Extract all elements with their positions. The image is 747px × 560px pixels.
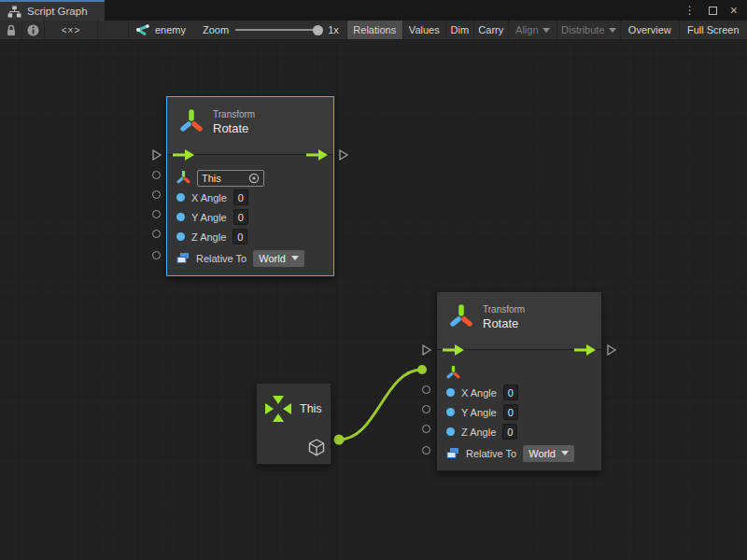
info-icon — [27, 24, 39, 36]
wire-start-port[interactable] — [334, 435, 345, 445]
flow-in-arrow-icon — [173, 149, 194, 161]
distribute-button[interactable]: Distribute — [557, 21, 621, 39]
tab-title: Script Graph — [27, 6, 88, 17]
param-row-y-angle: Y Angle 0 — [167, 207, 333, 227]
dim-button[interactable]: Dim — [446, 21, 474, 39]
self-node-label: This — [300, 402, 322, 415]
relative-to-input-port[interactable] — [422, 446, 430, 455]
zoom-value: 1x — [328, 24, 339, 35]
transform-icon — [176, 171, 190, 185]
flow-output-port[interactable] — [606, 344, 617, 356]
value-port-dot — [176, 232, 185, 241]
flow-input-port[interactable] — [151, 149, 162, 161]
connection-wire-layer — [0, 40, 747, 560]
target-row: This — [167, 168, 333, 188]
carry-button[interactable]: Carry — [474, 21, 509, 39]
y-angle-input[interactable]: 0 — [233, 209, 248, 225]
target-dot-icon[interactable] — [248, 173, 260, 184]
x-angle-input-port[interactable] — [152, 190, 161, 199]
window-menu-icon[interactable]: ⋮ — [684, 4, 696, 17]
param-row-z-angle: Z Angle 0 — [167, 227, 333, 246]
flow-out-arrow-icon — [574, 344, 596, 356]
z-angle-input[interactable]: 0 — [233, 229, 247, 245]
transform-icon — [178, 109, 204, 135]
value-port-dot — [446, 408, 455, 416]
target-object-field[interactable]: This — [197, 170, 264, 187]
value-port-dot — [446, 388, 455, 397]
param-row-relative-to: Relative To World — [437, 441, 601, 465]
graph-canvas[interactable]: Transform Rotate This — [0, 40, 747, 560]
target-row-connected — [437, 363, 601, 383]
value-port-dot — [176, 213, 185, 221]
param-row-x-angle: X Angle 0 — [437, 383, 601, 402]
cube-icon — [308, 439, 325, 456]
node-category: Transform — [483, 304, 525, 315]
flow-out-arrow-icon — [306, 149, 328, 161]
param-row-relative-to: Relative To World — [167, 246, 333, 270]
node-header[interactable]: Transform Rotate — [167, 97, 333, 154]
flow-output-port[interactable] — [338, 149, 349, 161]
enum-cards-icon — [176, 252, 190, 264]
graph-toolbar: <×> enemy Zoom 1x Relations Values Dim C… — [0, 21, 747, 40]
tab-script-graph[interactable]: Script Graph — [0, 0, 105, 21]
node-category: Transform — [213, 109, 255, 119]
value-port-dot — [446, 427, 455, 436]
values-button[interactable]: Values — [403, 21, 446, 39]
x-angle-input[interactable]: 0 — [233, 189, 248, 205]
chevron-down-icon — [609, 28, 616, 33]
node-rotate-2[interactable]: Transform Rotate X Angle 0 — [436, 291, 602, 471]
relative-to-dropdown[interactable]: World — [253, 250, 304, 267]
z-angle-input-port[interactable] — [152, 230, 161, 238]
transform-icon — [446, 366, 460, 380]
flow-in-arrow-icon — [443, 344, 464, 356]
y-angle-input-port[interactable] — [152, 210, 161, 218]
target-input-port[interactable] — [152, 171, 161, 179]
code-toggle-icon: <×> — [62, 25, 81, 35]
x-angle-input[interactable]: 0 — [503, 385, 518, 400]
y-angle-input[interactable]: 0 — [503, 404, 518, 420]
relative-to-input-port[interactable] — [152, 251, 161, 259]
chevron-down-icon — [291, 256, 299, 260]
lock-icon — [6, 24, 17, 36]
wire-end-port[interactable] — [417, 365, 427, 374]
transform-icon — [448, 304, 474, 330]
wire-this-to-rotate2[interactable] — [339, 370, 422, 440]
zoom-label: Zoom — [203, 24, 229, 35]
x-angle-input-port[interactable] — [422, 385, 430, 394]
relative-to-dropdown[interactable]: World — [523, 445, 574, 462]
node-rotate-1[interactable]: Transform Rotate This — [166, 96, 334, 276]
align-button[interactable]: Align — [509, 21, 557, 39]
node-this[interactable]: This — [256, 383, 331, 465]
y-angle-input-port[interactable] — [422, 405, 430, 413]
inspect-button[interactable] — [22, 21, 45, 39]
variables-toggle-button[interactable]: <×> — [45, 21, 98, 39]
close-icon[interactable]: × — [730, 4, 738, 17]
window-titlebar: Script Graph ⋮ × — [0, 0, 747, 21]
relations-button[interactable]: Relations — [347, 21, 403, 39]
param-row-y-angle: Y Angle 0 — [437, 402, 601, 422]
zoom-slider[interactable] — [235, 29, 321, 31]
toolbar-spacer — [98, 21, 129, 39]
zoom-control: Zoom 1x — [195, 21, 347, 39]
value-port-dot — [176, 193, 185, 202]
zoom-slider-handle[interactable] — [313, 25, 323, 35]
node-header[interactable]: Transform Rotate — [437, 292, 601, 349]
sitemap-icon — [7, 6, 21, 18]
node-title: Rotate — [213, 121, 255, 135]
lock-button[interactable] — [0, 21, 22, 39]
node-title: Rotate — [483, 316, 525, 330]
fullscreen-button[interactable]: Full Screen — [680, 21, 747, 39]
chevron-down-icon — [561, 451, 569, 455]
z-angle-input[interactable]: 0 — [502, 424, 517, 440]
graph-breadcrumb[interactable]: enemy — [129, 21, 195, 39]
param-row-z-angle: Z Angle 0 — [437, 422, 601, 441]
maximize-icon[interactable] — [709, 7, 717, 15]
graph-name: enemy — [155, 24, 186, 35]
graph-asset-icon — [134, 23, 150, 37]
converge-arrows-icon — [264, 395, 292, 423]
chevron-down-icon — [543, 28, 550, 33]
overview-button[interactable]: Overview — [621, 21, 680, 39]
z-angle-input-port[interactable] — [422, 425, 430, 433]
param-row-x-angle: X Angle 0 — [167, 188, 333, 207]
flow-input-port[interactable] — [421, 344, 432, 356]
